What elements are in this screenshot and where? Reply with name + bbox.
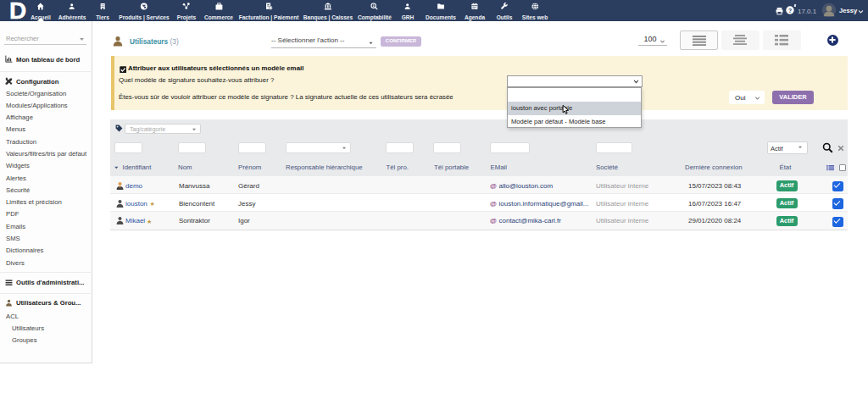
svg-text:?: ?	[788, 8, 792, 14]
